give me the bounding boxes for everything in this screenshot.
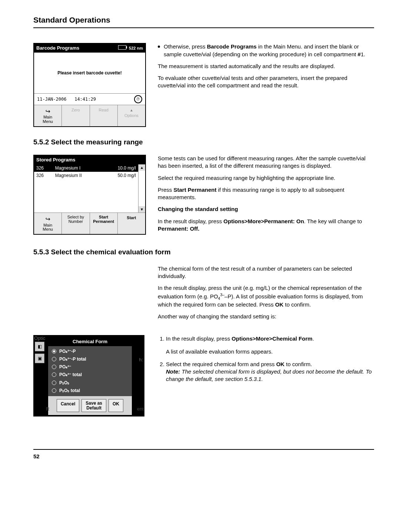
side-icon-1[interactable]: ◧ [35, 342, 44, 351]
cancel-button[interactable]: Cancel [57, 399, 79, 412]
background-text-fragment: R [46, 406, 49, 412]
section-heading-552: 5.5.2 Select the measuring range [33, 137, 374, 147]
step-2: Select the required chemical form and pr… [166, 361, 374, 383]
body-text: Select the required measuring range by h… [158, 174, 374, 182]
screen-status: 522 nm [118, 45, 143, 51]
program-name: Magnesium I [53, 164, 102, 172]
ok-button[interactable]: OK [109, 399, 123, 412]
option-label: PO₄³⁻-P [59, 348, 76, 354]
screen-title: Stored Programs [36, 157, 75, 163]
screen-title: Barcode Programs [36, 45, 79, 51]
program-name: Magnesium II [53, 172, 102, 179]
save-as-default-button[interactable]: Save as Default [81, 399, 106, 412]
program-num: 326 [34, 172, 53, 179]
start-button[interactable]: Start [118, 213, 145, 234]
option-label: P₂O₅ [59, 380, 69, 386]
body-text: The measurement is started automatically… [158, 63, 374, 70]
body-text: Press Start Permanent if this measuring … [158, 186, 374, 201]
back-icon: ↩ [46, 107, 50, 116]
radio-icon [52, 365, 56, 369]
program-list[interactable]: 326 Magnesium I 10.0 mg/l 326 Magnesium … [34, 164, 138, 179]
body-text: Another way of changing the standard set… [158, 313, 374, 320]
options-label: Options [124, 113, 139, 118]
sub-heading: Changing the standard setting [158, 205, 374, 213]
body-text: To evaluate other cuvette/vial tests and… [158, 74, 374, 90]
step-1: In the result display, press Options>Mor… [166, 335, 374, 355]
chemical-form-dialog-screen: Optic ◧ ▣ Chemical Form PO₄³⁻-P [33, 335, 144, 416]
body-text: Some tests can be used for different mea… [158, 155, 374, 170]
select-by-number-button[interactable]: Select by Number [62, 213, 90, 234]
background-text-fragment: Optic [34, 335, 45, 342]
side-icon-2[interactable]: ▣ [35, 354, 44, 363]
option-label: P₂O₅ total [59, 388, 80, 394]
read-button[interactable]: Read [90, 105, 118, 126]
chemical-form-option[interactable]: P₂O₅ [50, 379, 130, 387]
screen-date: 11-JAN-2006 [37, 97, 66, 102]
section-heading-553: 5.5.3 Select the chemical evaluation for… [33, 247, 374, 257]
radio-icon [52, 388, 56, 393]
battery-icon [118, 45, 126, 50]
radio-icon [52, 372, 56, 377]
wavelength-label: 522 nm [129, 46, 143, 50]
option-label: PO₄³⁻ [59, 364, 71, 370]
options-button[interactable]: ▲ Options [118, 105, 145, 126]
scroll-up-button[interactable]: ▲ [139, 164, 145, 171]
step-1-detail: A list of available evaluation forms app… [166, 348, 374, 355]
program-row[interactable]: 326 Magnesium II 50.0 mg/l [34, 172, 138, 179]
scroll-down-button[interactable]: ▼ [139, 206, 145, 213]
program-value: 50.0 mg/l [102, 172, 138, 179]
program-row-selected[interactable]: 326 Magnesium I 10.0 mg/l [34, 164, 138, 172]
zero-button[interactable]: Zero [62, 105, 90, 126]
bullet-text: Otherwise, press Barcode Programs in the… [164, 43, 374, 58]
option-label: PO₄³⁻-P total [59, 356, 86, 362]
start-permanent-button[interactable]: Start Permanent [90, 213, 118, 234]
screen-time: 14:41:29 [74, 97, 96, 102]
radio-icon [52, 381, 56, 385]
chemical-form-option[interactable]: PO₄³⁻ total [50, 371, 130, 378]
back-icon: ↩ [46, 215, 50, 223]
note-text: Note: The selected chemical form is disp… [166, 368, 374, 383]
body-text: In the result display, press the unit (e… [158, 284, 374, 308]
chemical-form-option[interactable]: PO₄³⁻-P total [50, 355, 130, 363]
page-number: 52 [33, 449, 374, 460]
bullet-icon [158, 46, 160, 48]
chapter-title: Standard Operations [33, 15, 374, 28]
radio-icon [52, 349, 56, 354]
program-num: 326 [34, 164, 53, 172]
dialog-title: Chemical Form [48, 337, 132, 346]
body-text: The chemical form of the test result of … [158, 265, 374, 280]
main-menu-button[interactable]: ↩ Main Menu [34, 105, 62, 126]
chemical-form-option[interactable]: PO₄³⁻-P [50, 348, 130, 355]
main-menu-button[interactable]: ↩ Main Menu [34, 213, 62, 234]
radio-icon [52, 357, 56, 361]
screen-message: Please insert barcode cuvette! [34, 53, 145, 93]
background-text-fragment: h: [139, 357, 143, 363]
chemical-form-option[interactable]: PO₄³⁻ [50, 363, 130, 371]
main-menu-label-2: Menu [35, 120, 61, 124]
clock-icon[interactable]: ⏱ [134, 95, 142, 103]
barcode-programs-screen: Barcode Programs 522 nm Please insert ba… [33, 43, 146, 127]
chemical-form-option[interactable]: P₂O₅ total [50, 387, 130, 394]
body-text: In the result display, press Options>Mor… [158, 218, 374, 233]
stored-programs-screen: Stored Programs 326 Magnesium I 10.0 mg/… [33, 155, 146, 235]
option-label: PO₄³⁻ total [59, 372, 82, 378]
program-value: 10.0 mg/l [102, 164, 138, 172]
background-text-fragment: ent [137, 406, 144, 412]
up-triangle-icon: ▲ [130, 108, 133, 112]
